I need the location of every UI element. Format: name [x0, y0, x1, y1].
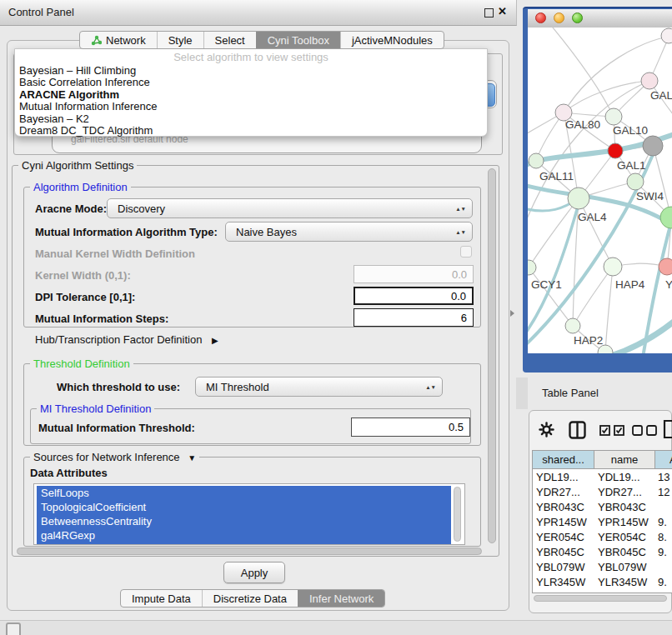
- splitter-handle[interactable]: [516, 378, 528, 409]
- network-edge[interactable]: [573, 267, 613, 326]
- settings-vertical-scrollbar[interactable]: [488, 168, 496, 543]
- table-cell: YBR045C: [533, 544, 594, 559]
- table-horizontal-scrollbar[interactable]: [534, 595, 667, 602]
- network-node[interactable]: [528, 260, 536, 275]
- network-node[interactable]: [604, 258, 622, 276]
- network-node[interactable]: [627, 173, 644, 190]
- mi-threshold-field[interactable]: 0.5: [351, 418, 470, 437]
- dropdown-item-selected[interactable]: ARACNE Algorithm: [19, 89, 483, 101]
- table-cell: YBR045C: [594, 544, 655, 559]
- network-edge[interactable]: [564, 81, 649, 112]
- table-cell: 9: [655, 589, 672, 593]
- network-node[interactable]: [605, 108, 622, 125]
- column-header[interactable]: A: [655, 451, 672, 469]
- aracne-mode-combo[interactable]: Discovery ▲▼: [107, 198, 473, 218]
- table-row[interactable]: YBR045CYBR045C9.: [533, 544, 672, 559]
- table-row[interactable]: YPR145WYPR145W9.: [533, 514, 672, 529]
- tab-impute-data[interactable]: Impute Data: [121, 590, 202, 607]
- tab-jactivemnodules[interactable]: jActiveMNodules: [340, 32, 444, 48]
- table-cell: 9.: [655, 544, 672, 559]
- table-row[interactable]: YIL052CYIL052C9: [533, 589, 672, 593]
- float-window-icon[interactable]: [484, 8, 494, 18]
- data-attributes-list[interactable]: SelfLoops TopologicalCoefficient Between…: [33, 483, 465, 545]
- splitter-collapse-arrow[interactable]: [510, 310, 514, 317]
- minimize-traffic-light[interactable]: [554, 12, 564, 23]
- hub-definition-expander[interactable]: Hub/Transcription Factor Definition ▶: [35, 333, 218, 346]
- deselect-all-checkboxes-icon[interactable]: [632, 425, 658, 436]
- column-header[interactable]: shared...: [533, 451, 594, 469]
- network-node[interactable]: [660, 207, 672, 228]
- tab-infer-network[interactable]: Infer Network: [298, 590, 384, 607]
- mi-type-combo[interactable]: Naive Bayes ▲▼: [225, 222, 473, 242]
- table-row[interactable]: YDR27...YDR27...12: [533, 484, 672, 499]
- partial-icon[interactable]: [6, 622, 21, 635]
- list-scrollbar[interactable]: [454, 487, 461, 542]
- table-row[interactable]: YLR345WYLR345W9.: [533, 574, 672, 589]
- dpi-tolerance-value: 0.0: [451, 290, 466, 302]
- mi-steps-field[interactable]: 6: [354, 308, 474, 327]
- network-node[interactable]: [643, 136, 663, 156]
- network-node[interactable]: [608, 143, 623, 158]
- attribute-items: SelfLoops TopologicalCoefficient Between…: [37, 486, 451, 545]
- network-window-titlebar[interactable]: [528, 9, 672, 28]
- dropdown-item[interactable]: Bayesian – K2: [19, 113, 483, 125]
- table-cell: YLR345W: [533, 574, 594, 589]
- attribute-item-selected[interactable]: BetweennessCentrality: [37, 514, 451, 528]
- tab-select[interactable]: Select: [203, 32, 256, 48]
- network-node[interactable]: [529, 153, 544, 168]
- table-row[interactable]: YBR043CYBR043C: [533, 499, 672, 514]
- mi-steps-label: Mutual Information Steps:: [35, 312, 168, 325]
- tab-network-label: Network: [106, 34, 146, 47]
- attribute-item-selected[interactable]: gal4RGexp: [37, 528, 451, 542]
- zoom-traffic-light[interactable]: [572, 12, 583, 23]
- sources-title-label: Sources for Network Inference: [33, 451, 180, 463]
- table-cell: YDR27...: [594, 484, 655, 499]
- tab-discretize-data[interactable]: Discretize Data: [202, 590, 298, 607]
- tab-style[interactable]: Style: [157, 32, 203, 48]
- tab-cyni-toolbox[interactable]: Cyni Toolbox: [256, 32, 340, 48]
- network-node[interactable]: [661, 28, 672, 43]
- columns-icon[interactable]: [569, 421, 586, 439]
- attribute-item-selected[interactable]: SelfLoops: [37, 486, 451, 500]
- dropdown-item[interactable]: Basic Correlation Inference: [19, 77, 483, 88]
- tab-network[interactable]: Network: [80, 32, 157, 48]
- kernel-width-value: 0.0: [452, 268, 467, 281]
- node-label: GAL1: [617, 159, 646, 172]
- network-graph: GALGAL80GAL10GAL1GAL11SWI4GAL4GCY1HAP4YH…: [528, 28, 672, 353]
- dropdown-item[interactable]: Dream8 DC_TDC Algorithm: [19, 125, 483, 137]
- select-all-checkboxes-icon[interactable]: [599, 425, 625, 436]
- network-canvas[interactable]: GALGAL80GAL10GAL1GAL11SWI4GAL4GCY1HAP4YH…: [528, 28, 672, 353]
- table-row[interactable]: YBL079WYBL079W: [533, 559, 672, 574]
- dropdown-item[interactable]: Bayesian – Hill Climbing: [19, 65, 483, 77]
- file-export-icon[interactable]: [663, 419, 672, 439]
- attribute-item-selected[interactable]: TopologicalCoefficient: [37, 500, 451, 514]
- manual-kernel-checkbox[interactable]: [460, 246, 472, 258]
- network-node[interactable]: [565, 318, 580, 333]
- apply-button[interactable]: Apply: [223, 562, 285, 583]
- table-cell: YDL19...: [594, 469, 655, 484]
- algorithm-dropdown[interactable]: Select algorithm to view settings Bayesi…: [14, 48, 488, 137]
- network-edge[interactable]: [605, 267, 613, 352]
- mi-threshold-group-title: MI Threshold Definition: [37, 402, 154, 415]
- table-cell: YBL079W: [594, 559, 655, 574]
- network-edge[interactable]: [549, 28, 614, 117]
- which-threshold-value: MI Threshold: [206, 381, 269, 393]
- column-header[interactable]: name: [594, 451, 655, 469]
- close-icon[interactable]: ✕: [498, 5, 507, 18]
- network-node[interactable]: [659, 258, 672, 275]
- dropdown-item[interactable]: Mutual Information Inference: [19, 101, 483, 112]
- network-node[interactable]: [568, 188, 589, 209]
- tab-impute-data-label: Impute Data: [132, 592, 191, 605]
- which-threshold-combo[interactable]: MI Threshold ▲▼: [195, 377, 443, 397]
- gear-icon[interactable]: [539, 422, 554, 438]
- table-row[interactable]: YDL19...YDL19...13: [533, 469, 672, 484]
- network-node[interactable]: [641, 72, 658, 89]
- sources-group-title[interactable]: Sources for Network Inference ▼: [30, 451, 199, 463]
- table-row[interactable]: YER054CYER054C8.: [533, 529, 672, 544]
- node-table[interactable]: shared... name A YDL19...YDL19...13YDR27…: [532, 450, 672, 593]
- table-cell: YER054C: [533, 529, 594, 544]
- table-rows: YDL19...YDL19...13YDR27...YDR27...12YBR0…: [533, 469, 672, 593]
- dpi-tolerance-field[interactable]: 0.0: [354, 287, 474, 305]
- close-traffic-light[interactable]: [535, 12, 546, 23]
- settings-horizontal-scrollbar[interactable]: [17, 548, 482, 555]
